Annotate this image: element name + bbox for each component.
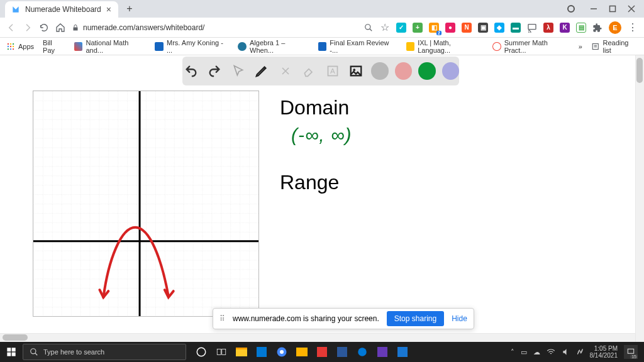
color-gray[interactable] — [371, 62, 389, 80]
taskbar-search[interactable]: Type here to search — [23, 344, 186, 360]
svg-point-32 — [31, 349, 36, 354]
tray-chevron-icon[interactable]: ˄ — [511, 348, 514, 356]
color-lavender[interactable] — [442, 62, 460, 80]
ext-k-icon[interactable]: K — [560, 23, 570, 33]
close-tab-icon[interactable]: × — [106, 4, 111, 14]
ext-icon-4[interactable]: ● — [445, 23, 455, 33]
taskview-icon[interactable] — [213, 343, 230, 361]
notifications-icon[interactable]: 15 — [624, 345, 638, 359]
ext-note-icon[interactable]: ▤ — [576, 23, 586, 33]
cortana-icon[interactable] — [192, 343, 210, 361]
ext-icon-7[interactable]: ◆ — [494, 23, 504, 33]
back-button[interactable] — [6, 23, 16, 33]
share-grip-icon[interactable]: ⠿ — [219, 314, 225, 323]
svg-point-6 — [365, 24, 370, 29]
tray-battery-icon[interactable]: ▭ — [521, 348, 527, 356]
reload-button[interactable] — [39, 23, 49, 33]
color-pink[interactable] — [395, 62, 413, 80]
bookmark-ixl[interactable]: IXL | Math, Languag... — [406, 39, 484, 54]
address-field[interactable]: numerade.com/answers/whiteboard/ — [72, 23, 357, 32]
menu-icon[interactable]: ⋮ — [628, 23, 638, 33]
url-bar: numerade.com/answers/whiteboard/ ☆ ✓ + ◧… — [0, 18, 644, 38]
svg-point-15 — [8, 48, 9, 49]
tray-onedrive-icon[interactable]: ☁ — [533, 348, 540, 356]
url-text: numerade.com/answers/whiteboard/ — [83, 23, 204, 32]
page-content: A Domain (-∞, ∞) Ran — [0, 55, 644, 342]
cast-icon[interactable] — [527, 23, 537, 33]
task-word-icon[interactable] — [333, 343, 351, 361]
eraser-tool[interactable] — [301, 62, 318, 80]
reading-list-button[interactable]: Reading list — [591, 39, 638, 54]
start-button[interactable] — [0, 342, 23, 362]
home-button[interactable] — [55, 23, 65, 33]
task-explorer-icon[interactable] — [233, 343, 250, 361]
bookmark-final-exam[interactable]: Final Exam Review -... — [318, 39, 397, 54]
system-tray: ˄ ▭ ☁ 🗲 1:05 PM 8/14/2021 15 — [511, 345, 645, 359]
horizontal-scrollbar[interactable] — [0, 333, 635, 342]
account-icon[interactable] — [567, 5, 575, 13]
svg-rect-8 — [528, 24, 536, 29]
search-icon[interactable] — [364, 23, 374, 33]
bookmark-national-math[interactable]: National Math and... — [74, 39, 147, 54]
extension-icons: ✓ + ◧2 ● N ▣ ◆ ▬ λ K ▤ E ⋮ — [396, 21, 638, 34]
task-app-red-icon[interactable] — [313, 343, 331, 361]
task-outlook-icon[interactable] — [253, 343, 270, 361]
apps-button[interactable]: Apps — [6, 42, 34, 51]
ext-icon-5[interactable]: N — [462, 23, 472, 33]
tab-title: Numerade Whiteboard — [25, 5, 101, 14]
maximize-icon[interactable] — [609, 5, 616, 13]
ext-icon-6[interactable]: ▣ — [478, 23, 488, 33]
graph-canvas[interactable] — [33, 90, 259, 317]
tray-volume-icon[interactable] — [562, 348, 570, 356]
bookmark-koning[interactable]: Mrs. Amy Koning - ... — [155, 39, 229, 54]
profile-avatar[interactable]: E — [609, 21, 621, 34]
forward-button[interactable] — [23, 23, 33, 33]
task-chrome-icon[interactable] — [273, 343, 291, 361]
handwriting-area[interactable]: Domain (-∞, ∞) Range — [280, 96, 531, 285]
task-edge-icon[interactable] — [353, 343, 371, 361]
svg-rect-40 — [628, 349, 633, 353]
color-green[interactable] — [418, 62, 436, 80]
ext-pdf-icon[interactable]: λ — [543, 23, 553, 33]
star-icon[interactable]: ☆ — [380, 23, 390, 33]
task-files-icon[interactable] — [293, 343, 311, 361]
task-app-blue-icon[interactable] — [394, 343, 411, 361]
hide-banner-button[interactable]: Hide — [452, 314, 467, 323]
ext-icon-8[interactable]: ▬ — [511, 23, 521, 33]
svg-point-13 — [10, 45, 11, 47]
bookmarks-overflow[interactable]: » — [579, 43, 582, 50]
task-app-purple-icon[interactable] — [374, 343, 391, 361]
svg-line-33 — [35, 353, 38, 356]
svg-point-17 — [13, 48, 14, 49]
pointer-tool[interactable] — [230, 62, 247, 80]
pen-tool[interactable] — [253, 62, 271, 80]
svg-point-34 — [197, 348, 206, 356]
lock-icon — [72, 24, 79, 31]
bookmark-bill-pay[interactable]: Bill Pay — [43, 39, 65, 54]
stop-sharing-button[interactable]: Stop sharing — [387, 311, 444, 326]
svg-point-9 — [8, 43, 9, 44]
ext-icon-3[interactable]: ◧2 — [429, 23, 439, 33]
image-tool[interactable] — [348, 62, 365, 80]
redo-button[interactable] — [206, 62, 224, 80]
bookmark-summer-math[interactable]: Summer Math Pract... — [492, 39, 570, 54]
tools-button[interactable] — [277, 62, 294, 80]
vertical-scrollbar[interactable] — [635, 55, 644, 342]
domain-value: (-∞, ∞) — [291, 124, 531, 146]
numerade-favicon — [11, 5, 20, 14]
undo-button[interactable] — [182, 62, 200, 80]
extensions-icon[interactable] — [592, 23, 602, 33]
new-tab-button[interactable]: + — [122, 1, 137, 16]
taskbar-clock[interactable]: 1:05 PM 8/14/2021 — [590, 345, 618, 359]
close-window-icon[interactable] — [628, 5, 635, 13]
tray-power-icon[interactable]: 🗲 — [577, 348, 584, 356]
ext-icon-1[interactable]: ✓ — [396, 23, 406, 33]
search-icon — [30, 348, 38, 356]
ext-icon-2[interactable]: + — [413, 23, 423, 33]
tray-wifi-icon[interactable] — [547, 348, 555, 356]
bookmark-algebra[interactable]: Algebra 1 – When... — [238, 39, 309, 54]
browser-tab[interactable]: Numerade Whiteboard × — [5, 1, 118, 18]
svg-rect-28 — [7, 348, 11, 351]
text-tool[interactable]: A — [324, 62, 341, 80]
minimize-icon[interactable] — [590, 5, 597, 13]
